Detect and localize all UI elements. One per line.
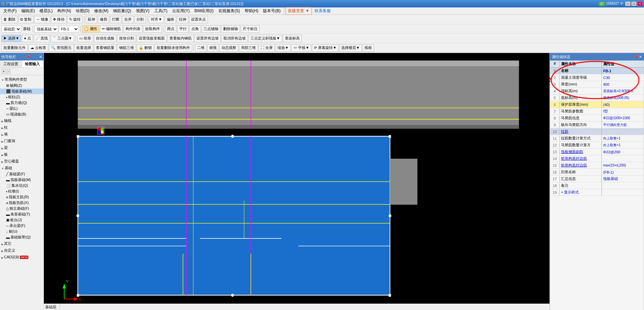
- row-val[interactable]: [602, 185, 644, 186]
- menu-cloud[interactable]: 云应用(Y): [170, 7, 192, 15]
- row-val[interactable]: [602, 131, 644, 132]
- btn-screen-rotate[interactable]: ⟳ 屏幕旋转▼: [312, 44, 339, 52]
- btn-break[interactable]: 打断: [110, 16, 122, 23]
- row-val[interactable]: 平行偶向受力筋: [602, 122, 644, 128]
- btn-trim[interactable]: 修剪: [98, 16, 109, 23]
- maximize-button[interactable]: □: [631, 1, 637, 6]
- btn-cloud-check[interactable]: ☁ 云检查: [28, 44, 48, 52]
- menu-contact[interactable]: 联系客服: [313, 7, 333, 15]
- row-val[interactable]: max(15×d,200): [602, 163, 644, 168]
- component-instance-selector[interactable]: FB-1: [59, 26, 79, 32]
- btn-delete-aux[interactable]: 删除辅轴: [221, 25, 240, 33]
- row-val[interactable]: FB-1: [602, 68, 644, 74]
- menu-help[interactable]: 帮助(H): [243, 7, 261, 15]
- btn-extend[interactable]: 延伸: [86, 16, 97, 23]
- btn-split-block[interactable]: 按块分割: [117, 35, 136, 42]
- btn-copy[interactable]: ⧉ 复制: [18, 16, 33, 23]
- btn-component-list[interactable]: 构件列表: [124, 25, 142, 33]
- nav-zoom-out[interactable]: -: [7, 69, 10, 74]
- tree-group-door-win-header[interactable]: 门窗洞: [0, 138, 44, 144]
- btn-local-3d[interactable]: 局部三维: [239, 44, 258, 52]
- tree-item-found-band[interactable]: ▬ 基础板带(Q): [0, 234, 44, 240]
- menu-version[interactable]: 版本号(B): [261, 7, 283, 15]
- tree-group-foundation-header[interactable]: 基础: [0, 165, 44, 171]
- menu-floor[interactable]: 楼层(L): [37, 7, 55, 15]
- btn-move[interactable]: ✥ 移动: [51, 16, 66, 23]
- btn-three-point-aux[interactable]: 三点辅轴: [202, 25, 220, 33]
- tree-item-pit[interactable]: ⬜ 集水坑(Q): [0, 183, 44, 188]
- nav-close-icon[interactable]: ✕: [39, 55, 42, 59]
- canvas-area[interactable]: Y X 基础层: [44, 53, 549, 310]
- tree-group-wall-header[interactable]: 墙: [0, 131, 44, 137]
- btn-rect-draw[interactable]: ▭ 矩形: [77, 35, 93, 42]
- btn-rotate[interactable]: ↻ 旋转: [67, 16, 83, 23]
- tree-item-col[interactable]: ▪ 框柱(Z): [0, 94, 44, 100]
- row-val[interactable]: C30: [602, 75, 644, 80]
- btn-two-points[interactable]: 两点: [165, 25, 177, 33]
- tree-item-strip-found[interactable]: ▬ 条形基础(T): [0, 211, 44, 217]
- menu-view[interactable]: 视图(V): [134, 7, 152, 15]
- btn-mirror[interactable]: ↔ 镜像: [34, 16, 50, 23]
- tree-item-raft-neg-rebar[interactable]: ≡ 筏板负筋(X): [0, 200, 44, 206]
- close-button[interactable]: ✕: [637, 1, 643, 6]
- tree-group-slab-header[interactable]: 板: [0, 151, 44, 158]
- row-name[interactable]: 拉筋: [560, 128, 602, 135]
- btn-batch-delete[interactable]: 批量删除元件: [1, 44, 28, 52]
- btn-align[interactable]: 对齐▼: [149, 16, 164, 23]
- btn-three-point-slope[interactable]: 三点定义斜筏板▼: [248, 35, 282, 42]
- row-val[interactable]: (40): [602, 102, 644, 107]
- btn-unlock[interactable]: 🔓 解锁: [137, 44, 154, 52]
- btn-offset[interactable]: 偏移: [165, 16, 176, 23]
- menu-new-change[interactable]: 新建变更 ▼: [286, 7, 312, 15]
- btn-set-all-slope[interactable]: 设置所有边坡: [194, 35, 221, 42]
- tree-group-cad-header[interactable]: CAD识别 NEW: [0, 254, 44, 260]
- btn-cancel-all-slope[interactable]: 取消所有边坡: [221, 35, 248, 42]
- btn-merge[interactable]: 合并: [122, 16, 134, 23]
- row-val[interactable]: 层底标高(308.05): [602, 95, 644, 101]
- tree-item-beam[interactable]: ─ 梁(L): [0, 106, 44, 111]
- menu-file[interactable]: 文件(F): [1, 7, 19, 15]
- btn-line-draw[interactable]: ╱ 直线: [34, 35, 50, 42]
- tree-item-raft[interactable]: ⬛ 筏板基础(M): [0, 88, 44, 94]
- row-val[interactable]: (FB-1): [602, 170, 644, 175]
- row-val[interactable]: Φ22@200: [602, 149, 644, 155]
- btn-split[interactable]: 分割: [134, 16, 146, 23]
- tree-item-isolated-found[interactable]: △ 独立基础(F): [0, 206, 44, 211]
- btn-point-angle[interactable]: 点角: [189, 25, 201, 33]
- btn-select[interactable]: ▶ 选择▼: [1, 35, 21, 42]
- btn-edit-rebar[interactable]: ✏ 编辑钢筋: [100, 25, 123, 33]
- btn-rebar-3d[interactable]: 钢筋三维: [117, 44, 136, 52]
- btn-delete[interactable]: 🗑 删除: [1, 16, 18, 23]
- tree-group-common-header[interactable]: 常用构件类型: [0, 76, 44, 83]
- btn-setgrip[interactable]: 设置夹点: [189, 16, 208, 23]
- tree-item-axis[interactable]: ⊞ 轴网(Z): [0, 83, 44, 88]
- tree-group-other-header[interactable]: 其它: [0, 240, 44, 247]
- tree-item-cap-beam[interactable]: ─ 承台梁(F): [0, 223, 44, 229]
- row-val[interactable]: 向上取整+1: [602, 135, 644, 141]
- tree-item-castslab[interactable]: ▭ 现浇板(B): [0, 111, 44, 117]
- row-val[interactable]: 900: [602, 82, 644, 87]
- row-name[interactable]: 矩形构造封边筋: [560, 162, 602, 169]
- btn-dynamic-obs[interactable]: 动态观察: [219, 44, 238, 52]
- nav-zoom-in[interactable]: +: [1, 69, 6, 74]
- menu-modify[interactable]: 修改(M): [92, 7, 110, 15]
- btn-wireframe[interactable]: 线框: [363, 44, 374, 52]
- component-type-selector[interactable]: 筏板基础: [34, 26, 58, 32]
- menu-bim[interactable]: BIM应用(I): [192, 7, 216, 15]
- btn-set-section[interactable]: 设置筏板变截面: [137, 35, 167, 42]
- tree-group-axis-header[interactable]: 轴线: [0, 118, 44, 124]
- btn-pan[interactable]: ⇔ 平移▼: [291, 44, 311, 52]
- property-panel-close-icon[interactable]: ✕: [639, 55, 642, 59]
- btn-stretch[interactable]: 拉伸: [177, 16, 188, 23]
- tree-group-custom-header[interactable]: 自定义: [0, 247, 44, 254]
- row-val[interactable]: 筏板基础: [602, 176, 644, 182]
- btn-batch-del-unused[interactable]: 批量删除未使用构件: [155, 44, 192, 52]
- row-val[interactable]: 向上取整+1: [602, 142, 644, 148]
- row-val[interactable]: [602, 158, 644, 159]
- row-val[interactable]: [602, 192, 644, 193]
- menu-rebar-qty[interactable]: 钢筋量(Q): [111, 7, 133, 15]
- btn-properties[interactable]: 📋 属性: [82, 25, 99, 33]
- property-panel-pin-icon[interactable]: 📌: [633, 55, 638, 59]
- minimize-button[interactable]: ─: [625, 1, 630, 6]
- btn-view-rebar-slab[interactable]: 查看板内钢筋: [167, 35, 194, 42]
